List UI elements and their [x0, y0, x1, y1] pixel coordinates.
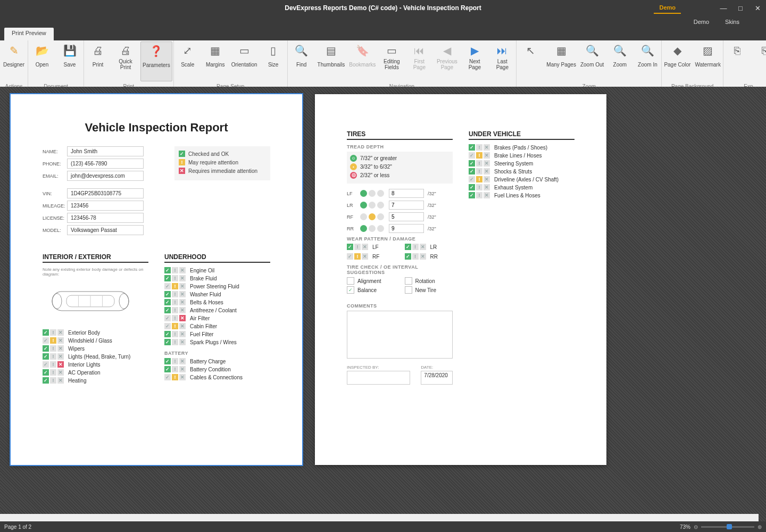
checkbox-rotation[interactable]	[405, 277, 412, 285]
zoom-in-button[interactable]: ⊕	[757, 524, 762, 530]
open-icon: 📂	[35, 44, 49, 57]
ribbon-watermark-button[interactable]: ▨Watermark	[693, 40, 723, 82]
checkbox-new-tire[interactable]	[405, 286, 412, 294]
prevpage-label: Previous Page	[437, 59, 457, 70]
maximize-button[interactable]: □	[734, 2, 747, 14]
find-icon: 🔍	[295, 44, 309, 57]
subtab-demo[interactable]: Demo	[694, 16, 709, 28]
ribbon-thumbnails-button[interactable]: ▤Thumbnails	[315, 40, 347, 82]
ribbon-print-button[interactable]: 🖨Print	[84, 40, 112, 82]
check-ok-icon: ✓	[164, 267, 171, 273]
check-item-text: Brake Fluid	[190, 276, 217, 281]
ribbon-pointer-button[interactable]: ↖	[517, 40, 544, 82]
check-bad-icon: ✕	[179, 358, 186, 364]
tread-input-rf[interactable]	[389, 212, 424, 221]
field-vin[interactable]: 1D4GP25B03108775	[67, 188, 144, 198]
tread-input-lf[interactable]	[389, 189, 424, 198]
field-license[interactable]: 123456-78	[67, 213, 144, 223]
ribbon-lastpage-button[interactable]: ⏭Last Page	[488, 40, 516, 82]
checkbox-alignment[interactable]	[347, 277, 354, 285]
field-phone[interactable]: (123) 456-7890	[67, 159, 144, 169]
ribbon-export2-button[interactable]: ⎘	[751, 40, 766, 82]
ribbon-editfields-button[interactable]: ▭Editing Fields	[378, 40, 405, 82]
check-bad-icon: ✕	[57, 369, 64, 376]
field-mileage[interactable]: 123456	[67, 201, 144, 211]
ribbon-zoomout-button[interactable]: 🔍Zoom Out	[578, 40, 606, 82]
report-page-2[interactable]: TIRES TREAD DEPTH ☺7/32" or greater•3/32…	[315, 94, 606, 465]
check-ok-icon: ✓	[43, 353, 49, 360]
section-battery-title: BATTERY	[164, 351, 270, 356]
pagecolor-label: Page Color	[664, 59, 690, 70]
ribbon-scale-button[interactable]: ⤢Scale	[174, 40, 202, 82]
check-bad-icon: ✕	[420, 253, 426, 260]
comments-box[interactable]	[347, 311, 453, 359]
ribbon-open-button[interactable]: 📂Open	[28, 40, 56, 82]
horizontal-scrollbar[interactable]	[0, 514, 759, 521]
ribbon-parameters-button[interactable]: ❓Parameters	[140, 41, 172, 81]
tab-print-preview[interactable]: Print Preview	[4, 28, 54, 40]
date-field[interactable]: 7/28/2020	[421, 371, 453, 385]
field-email[interactable]: john@devexpress.com	[67, 171, 144, 181]
ribbon-margins-button[interactable]: ▦Margins	[202, 40, 229, 82]
inspected-by-field[interactable]	[347, 371, 410, 385]
field-model[interactable]: Volkswagen Passat	[67, 225, 144, 235]
demo-badge[interactable]: Demo	[654, 2, 681, 14]
report-page-1[interactable]: Vehicle Inspection Report NAME:John Smit…	[11, 94, 302, 465]
document-viewport[interactable]: Vehicle Inspection Report NAME:John Smit…	[0, 87, 766, 521]
ribbon-nextpage-button[interactable]: ▶Next Page	[461, 40, 488, 82]
check-item-text: Power Steering Fluid	[190, 284, 239, 289]
check-ok-icon: ✓	[405, 244, 411, 250]
ribbon-size-button[interactable]: ▯Size	[260, 40, 287, 82]
tread-pos: LF	[347, 191, 359, 196]
check-warn-icon: !	[172, 323, 178, 329]
scale-icon: ⤢	[181, 44, 195, 57]
ribbon-save-button[interactable]: 💾Save	[56, 40, 84, 82]
zoom-slider[interactable]	[701, 526, 754, 528]
check-warn-icon: !	[172, 366, 178, 372]
designer-label: Designer	[3, 59, 24, 70]
check-ok-icon: ✓	[164, 315, 171, 321]
titlebar: DevExpress Reports Demo (C# code) - Vehi…	[0, 0, 766, 16]
check-ok-icon: ✓	[43, 329, 49, 336]
check-ok-icon: ✓	[43, 337, 49, 344]
ribbon-orientation-button[interactable]: ▭Orientation	[229, 40, 260, 82]
check-item-text: Spark Plugs / Wires	[190, 339, 237, 345]
ribbon-zoomin-button[interactable]: 🔍Zoom In	[634, 40, 661, 82]
check-ok-icon: ✓	[164, 275, 171, 281]
tread-input-rr[interactable]	[389, 224, 424, 233]
ribbon-find-button[interactable]: 🔍Find	[288, 40, 315, 82]
field-name[interactable]: John Smith	[67, 146, 144, 156]
check-bad-icon: ✕	[179, 291, 186, 297]
ribbon-export1-button[interactable]: ⎘	[723, 40, 751, 82]
check-item: ✓!✕Wipers	[43, 345, 148, 352]
bookmarks-label: Bookmarks	[349, 59, 376, 70]
check-warn-icon: !	[476, 184, 482, 190]
check-bad-icon: ✕	[57, 353, 64, 360]
legend-ok-icon: ✓	[179, 151, 185, 157]
scale-label: Scale	[181, 59, 194, 70]
minimize-button[interactable]: —	[717, 2, 730, 14]
ribbon-pagecolor-button[interactable]: ◆Page Color	[662, 40, 693, 82]
close-button[interactable]: ✕	[751, 2, 764, 14]
save-icon: 💾	[63, 44, 77, 57]
export1-icon: ⎘	[730, 44, 744, 57]
check-item: ✓!✕Driveline (Axles / CV Shaft)	[469, 176, 574, 182]
check-ok-icon: ✓	[43, 369, 49, 376]
ribbon-designer-button[interactable]: ✎Designer	[0, 40, 28, 82]
ribbon-zoom-button[interactable]: 🔍Zoom	[606, 40, 634, 82]
check-warn-icon: !	[50, 369, 56, 376]
subtab-skins[interactable]: Skins	[725, 16, 739, 28]
check-warn-icon: !	[476, 152, 482, 159]
zoomin-icon: 🔍	[640, 44, 654, 57]
checkbox-balance[interactable]: ✓	[347, 286, 354, 294]
orientation-icon: ▭	[237, 44, 251, 57]
ribbon-quickprint-button[interactable]: 🖨Quick Print	[112, 40, 139, 82]
check-item-text: Engine Oil	[190, 268, 214, 273]
check-item: ✓!✕Power Steering Fluid	[164, 283, 270, 289]
tread-depth-label: TREAD DEPTH	[347, 144, 453, 149]
zoom-out-button[interactable]: ⊖	[694, 524, 698, 530]
check-warn-icon: !	[172, 267, 178, 273]
tread-input-lr[interactable]	[389, 201, 424, 210]
margins-icon: ▦	[209, 44, 222, 57]
ribbon-manypages-button[interactable]: ▦Many Pages	[544, 40, 578, 82]
